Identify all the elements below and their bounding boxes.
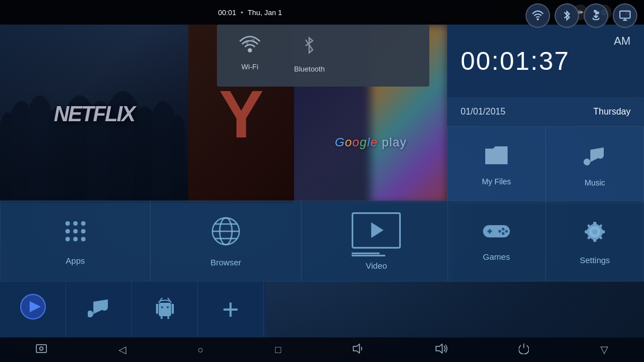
clock-date: 01/01/2015 [461, 107, 505, 117]
clock-date-row: 01/01/2015 Thursday [447, 97, 644, 126]
quick-launch-bar: + [0, 282, 266, 337]
svg-rect-1 [594, 11, 596, 12]
right-panel: 00:01:37 AM 01/01/2015 Thursday My Files [447, 25, 644, 203]
svg-rect-2 [597, 12, 599, 14]
play-icon [20, 293, 46, 326]
nav-tiles: Apps Browser [0, 201, 452, 282]
svg-point-25 [502, 232, 505, 235]
bluetooth-dropdown-label: Bluetooth [294, 65, 325, 73]
top-right-system-icons [525, 0, 644, 31]
svg-point-9 [65, 229, 70, 234]
add-icon: + [222, 295, 239, 324]
video-play-icon [371, 222, 383, 238]
wifi-dropdown-icon: ? [239, 36, 261, 58]
clock-ampm: AM [614, 35, 631, 47]
bluetooth-icon[interactable] [555, 3, 579, 28]
svg-rect-3 [620, 11, 630, 18]
volume-up-nav-btn[interactable] [427, 339, 457, 361]
video-stand [352, 253, 380, 254]
clock-day: Thursday [593, 107, 631, 117]
media-tiles: My Files Music [447, 126, 644, 203]
svg-point-14 [81, 237, 86, 241]
clock-time: 00:01:37 [461, 46, 570, 76]
apps-label: Apps [66, 256, 85, 265]
svg-point-0 [537, 19, 538, 20]
svg-point-26 [499, 230, 501, 233]
svg-point-12 [65, 237, 70, 241]
status-separator: • [241, 8, 244, 17]
svg-rect-38 [36, 345, 46, 353]
my-files-label: My Files [482, 177, 511, 186]
dropdown-items: ? Wi-Fi Bluetooth [234, 36, 413, 73]
music-tile[interactable]: Music [546, 126, 644, 203]
apk-quick-btn[interactable] [132, 282, 198, 337]
status-time: 00:01 [218, 8, 236, 17]
browser-label: Browser [210, 258, 241, 267]
svg-point-34 [249, 49, 252, 52]
games-tile[interactable]: Games [447, 201, 546, 282]
music-label: Music [585, 178, 605, 187]
wifi-icon[interactable] [525, 3, 550, 28]
screenshot-nav-btn[interactable] [27, 340, 56, 360]
apps-tile[interactable]: Apps [0, 201, 150, 282]
video-label: Video [366, 261, 387, 270]
svg-point-30 [161, 306, 163, 308]
wifi-dropdown-item[interactable]: ? Wi-Fi [239, 36, 261, 73]
games-label: Games [483, 252, 510, 261]
svg-rect-29 [159, 303, 171, 316]
youtube-letter: Y [219, 75, 264, 153]
apps-icon [61, 217, 90, 251]
status-date: Thu, Jan 1 [248, 8, 282, 17]
settings-gear-icon [581, 218, 609, 251]
bluetooth-dropdown-icon [301, 36, 317, 60]
right-nav-tiles: Games Settings [447, 201, 644, 282]
play-quick-btn[interactable] [0, 282, 66, 337]
googleplay-logo: Google play [335, 135, 407, 150]
svg-point-6 [65, 221, 70, 226]
svg-marker-41 [436, 344, 442, 353]
folder-icon [483, 144, 510, 172]
add-quick-btn[interactable]: + [198, 282, 264, 337]
recent-nav-btn[interactable]: □ [266, 340, 290, 360]
screen-icon[interactable] [613, 3, 637, 28]
bluetooth-dropdown-item[interactable]: Bluetooth [294, 36, 325, 73]
browser-tile[interactable]: Browser [150, 201, 301, 282]
svg-point-13 [73, 237, 78, 241]
music-note-icon [88, 295, 110, 325]
menu-nav-btn[interactable]: ▽ [591, 339, 617, 360]
svg-point-7 [73, 221, 78, 226]
wifi-dropdown-label: Wi-Fi [242, 63, 258, 71]
power-nav-btn[interactable] [510, 339, 538, 361]
svg-point-24 [505, 230, 508, 233]
svg-point-11 [81, 229, 86, 234]
svg-point-10 [73, 229, 78, 234]
svg-point-31 [167, 306, 169, 308]
settings-tile[interactable]: Settings [546, 201, 644, 282]
system-nav-bar: ◁ ○ □ ▽ [0, 337, 644, 362]
netflix-logo: NETFLIX [54, 102, 134, 126]
gamepad-icon [482, 221, 511, 247]
svg-line-35 [247, 41, 248, 45]
svg-point-39 [40, 347, 43, 350]
svg-point-8 [81, 221, 86, 226]
video-stand-foot [352, 255, 385, 256]
clock-widget: 00:01:37 AM [447, 25, 644, 97]
music-icon [583, 143, 607, 173]
android-icon [153, 295, 177, 325]
back-nav-btn[interactable]: ◁ [110, 339, 135, 360]
video-tile[interactable]: Video [301, 201, 452, 282]
usb-icon[interactable] [584, 3, 608, 28]
svg-marker-40 [353, 344, 359, 353]
music-quick-btn[interactable] [66, 282, 132, 337]
netflix-tile[interactable]: NETFLIX [0, 25, 188, 203]
browser-icon [210, 215, 242, 253]
quick-settings-dropdown: ? Wi-Fi Bluetooth [217, 25, 429, 87]
my-files-tile[interactable]: My Files [447, 126, 546, 203]
settings-label: Settings [580, 255, 610, 265]
svg-point-23 [502, 228, 505, 231]
volume-down-nav-btn[interactable] [344, 339, 373, 361]
status-time-area: 00:01 • Thu, Jan 1 [0, 8, 572, 17]
svg-text:?: ? [252, 38, 254, 44]
home-nav-btn[interactable]: ○ [188, 340, 212, 360]
